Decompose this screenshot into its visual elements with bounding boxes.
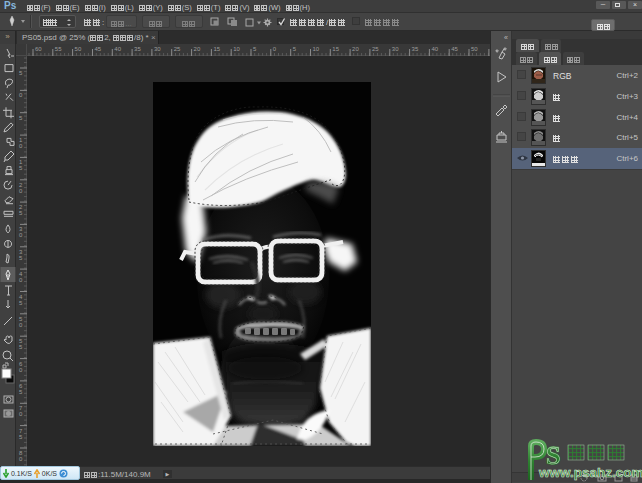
svg-text:60: 60	[35, 46, 42, 52]
svg-text:40: 40	[431, 46, 438, 52]
svg-text:0: 0	[19, 367, 23, 373]
svg-text:20: 20	[194, 46, 201, 52]
svg-text:10: 10	[313, 46, 320, 52]
svg-text:5: 5	[19, 165, 23, 171]
svg-text:0: 0	[19, 277, 23, 283]
svg-text:0: 0	[19, 456, 23, 462]
svg-text:50: 50	[471, 46, 478, 52]
svg-text:0: 0	[19, 92, 23, 98]
svg-text:45: 45	[95, 46, 102, 52]
svg-text:5: 5	[19, 70, 23, 76]
svg-text:20: 20	[352, 46, 359, 52]
svg-text:25: 25	[372, 46, 379, 52]
svg-text:50: 50	[75, 46, 82, 52]
svg-text:35: 35	[412, 46, 419, 52]
svg-text:55: 55	[55, 46, 62, 52]
svg-text:5: 5	[19, 389, 23, 395]
svg-text:15: 15	[213, 46, 220, 52]
svg-text:5: 5	[293, 46, 297, 52]
svg-text:0: 0	[19, 322, 23, 328]
svg-text:0: 0	[19, 232, 23, 238]
svg-text:www.psahz.com: www.psahz.com	[538, 465, 642, 480]
svg-text:5: 5	[19, 115, 23, 121]
svg-text:10: 10	[233, 46, 240, 52]
svg-text:35: 35	[134, 46, 141, 52]
svg-text:30: 30	[392, 46, 399, 52]
svg-text:5: 5	[19, 344, 23, 350]
svg-text:0: 0	[19, 411, 23, 417]
svg-text:0: 0	[19, 188, 23, 194]
svg-text:0: 0	[273, 46, 277, 52]
svg-text:30: 30	[154, 46, 161, 52]
svg-text:0: 0	[19, 143, 23, 149]
svg-text:40: 40	[114, 46, 121, 52]
svg-text:5: 5	[19, 434, 23, 440]
svg-text:5: 5	[19, 210, 23, 216]
svg-text:5: 5	[19, 255, 23, 261]
svg-text:15: 15	[332, 46, 339, 52]
svg-text:25: 25	[174, 46, 181, 52]
svg-text:45: 45	[451, 46, 458, 52]
svg-text:5: 5	[253, 46, 257, 52]
svg-text:5: 5	[19, 300, 23, 306]
